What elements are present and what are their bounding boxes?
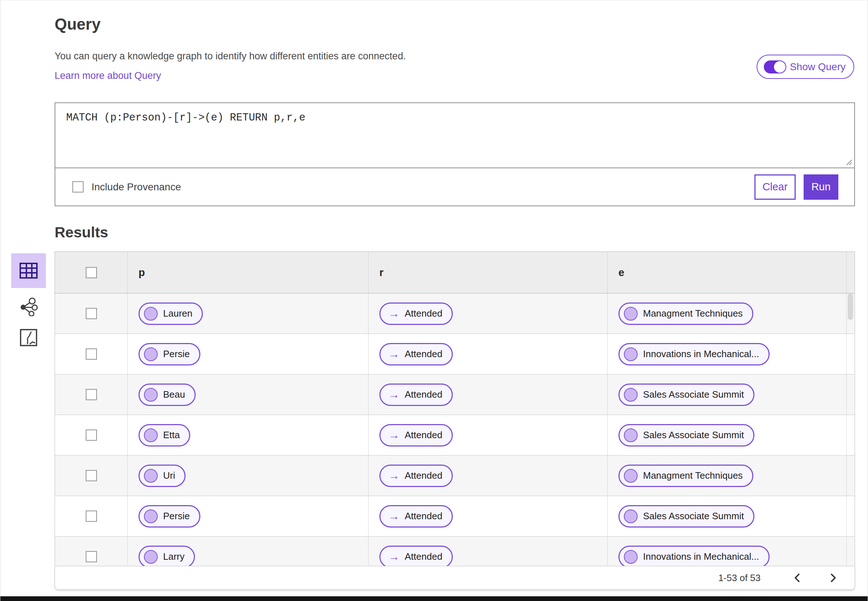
entity-pill-label: Lauren bbox=[163, 308, 192, 319]
include-provenance: Include Provenance bbox=[72, 181, 181, 193]
entity-pill[interactable]: Sales Associate Summit bbox=[618, 424, 754, 447]
entity-pill-label: Managment Techniques bbox=[643, 470, 743, 481]
relation-pill[interactable]: → Attended bbox=[379, 384, 453, 406]
resize-handle-icon[interactable] bbox=[845, 158, 853, 166]
entity-pill[interactable]: Innovations in Mechanical... bbox=[618, 546, 770, 566]
show-query-label: Show Query bbox=[790, 61, 845, 73]
entity-pill-label: Etta bbox=[163, 430, 180, 441]
relation-pill[interactable]: → Attended bbox=[379, 343, 453, 365]
map-view-button[interactable] bbox=[20, 328, 38, 347]
query-panel: MATCH (p:Person)-[r]->(e) RETURN p,r,e I… bbox=[55, 102, 855, 206]
entity-pill-label: Managment Techniques bbox=[643, 308, 743, 319]
results-section: p r e Lauren → Attended Managment T bbox=[55, 252, 855, 590]
learn-more-link[interactable]: Learn more about Query bbox=[55, 70, 161, 81]
row-checkbox[interactable] bbox=[86, 348, 97, 360]
include-provenance-label: Include Provenance bbox=[91, 181, 181, 193]
relation-pill[interactable]: → Attended bbox=[379, 302, 453, 325]
entity-pill-label: Innovations in Mechanical... bbox=[643, 348, 759, 360]
node-circle-icon bbox=[144, 509, 158, 523]
header-checkbox-cell bbox=[55, 252, 128, 293]
relation-pill[interactable]: → Attended bbox=[379, 505, 453, 528]
entity-pill[interactable]: Beau bbox=[139, 384, 196, 406]
arrow-right-icon: → bbox=[388, 348, 400, 360]
entity-pill-label: Uri bbox=[163, 470, 175, 481]
run-button[interactable]: Run bbox=[804, 174, 838, 200]
row-checkbox-cell bbox=[55, 456, 128, 496]
entity-pill[interactable]: Sales Associate Summit bbox=[618, 505, 754, 528]
node-circle-icon bbox=[144, 550, 158, 564]
entity-pill[interactable]: Managment Techniques bbox=[618, 465, 753, 487]
row-checkbox[interactable] bbox=[86, 389, 97, 400]
table-scrollbar[interactable] bbox=[846, 252, 854, 566]
entity-pill[interactable]: Innovations in Mechanical... bbox=[618, 343, 770, 365]
entity-pill-label: Innovations in Mechanical... bbox=[643, 551, 759, 562]
table-row: Persie → Attended Sales Associate Summit bbox=[55, 496, 854, 537]
row-checkbox[interactable] bbox=[86, 430, 97, 441]
relation-pill[interactable]: → Attended bbox=[379, 424, 453, 447]
row-checkbox[interactable] bbox=[86, 470, 97, 481]
entity-pill[interactable]: Managment Techniques bbox=[618, 302, 753, 325]
previous-page-button[interactable] bbox=[791, 571, 803, 585]
entity-pill[interactable]: Sales Associate Summit bbox=[618, 384, 754, 406]
arrow-right-icon: → bbox=[388, 308, 400, 319]
toggle-knob bbox=[774, 61, 786, 73]
column-header-r: r bbox=[369, 267, 383, 279]
arrow-right-icon: → bbox=[388, 511, 400, 522]
entity-pill-label: Sales Associate Summit bbox=[643, 389, 744, 400]
scrollbar-thumb[interactable] bbox=[848, 293, 853, 320]
pagination-bar: 1-53 of 53 bbox=[55, 566, 855, 590]
clear-button[interactable]: Clear bbox=[754, 174, 796, 200]
row-checkbox-cell bbox=[55, 496, 128, 536]
row-checkbox[interactable] bbox=[86, 511, 97, 522]
include-provenance-checkbox[interactable] bbox=[72, 181, 84, 192]
entity-pill[interactable]: Persie bbox=[139, 505, 200, 528]
relation-pill-label: Attended bbox=[405, 470, 442, 481]
relation-pill[interactable]: → Attended bbox=[379, 465, 453, 487]
table-view-button[interactable] bbox=[11, 253, 46, 288]
page-description: You can query a knowledge graph to ident… bbox=[55, 50, 855, 62]
node-circle-icon bbox=[624, 509, 638, 523]
table-row: Etta → Attended Sales Associate Summit bbox=[55, 415, 854, 456]
show-query-toggle[interactable]: Show Query bbox=[757, 55, 854, 79]
entity-pill-label: Sales Associate Summit bbox=[643, 511, 744, 522]
row-checkbox[interactable] bbox=[86, 308, 97, 319]
entity-pill[interactable]: Uri bbox=[139, 465, 186, 487]
query-panel-footer: Include Provenance Clear Run bbox=[55, 168, 854, 206]
table-header-row: p r e bbox=[55, 252, 854, 293]
chevron-right-icon bbox=[828, 572, 838, 583]
arrow-right-icon: → bbox=[388, 430, 400, 441]
entity-pill[interactable]: Persie bbox=[139, 343, 200, 365]
query-input[interactable]: MATCH (p:Person)-[r]->(e) RETURN p,r,e bbox=[55, 103, 854, 168]
table-icon bbox=[19, 262, 38, 279]
chevron-left-icon bbox=[792, 572, 802, 583]
network-view-button[interactable] bbox=[19, 297, 38, 316]
table-row: Larry → Attended Innovations in Mechanic… bbox=[55, 537, 854, 566]
node-circle-icon bbox=[144, 388, 158, 402]
table-row: Uri → Attended Managment Techniques bbox=[55, 456, 854, 496]
row-checkbox-cell bbox=[55, 293, 128, 334]
next-page-button[interactable] bbox=[827, 571, 839, 585]
arrow-right-icon: → bbox=[388, 551, 400, 562]
results-table: p r e Lauren → Attended Managment T bbox=[55, 252, 855, 566]
select-all-checkbox[interactable] bbox=[86, 267, 97, 278]
relation-pill-label: Attended bbox=[405, 551, 442, 562]
toggle-on-icon bbox=[764, 60, 786, 73]
node-circle-icon bbox=[624, 550, 638, 564]
results-title: Results bbox=[55, 224, 855, 241]
entity-pill[interactable]: Etta bbox=[139, 424, 190, 447]
entity-pill-label: Beau bbox=[163, 389, 185, 400]
row-checkbox[interactable] bbox=[86, 551, 97, 562]
entity-pill[interactable]: Lauren bbox=[139, 302, 203, 325]
table-row: Lauren → Attended Managment Techniques bbox=[55, 293, 854, 334]
table-body: Lauren → Attended Managment Techniques P… bbox=[55, 293, 854, 566]
relation-pill[interactable]: → Attended bbox=[379, 546, 453, 566]
query-page: Query You can query a knowledge graph to… bbox=[0, 0, 868, 601]
entity-pill[interactable]: Larry bbox=[139, 546, 195, 566]
entity-pill-label: Larry bbox=[163, 551, 184, 562]
window-bottom-edge bbox=[0, 596, 868, 601]
relation-pill-label: Attended bbox=[405, 348, 442, 360]
node-circle-icon bbox=[624, 429, 638, 442]
node-circle-icon bbox=[624, 469, 638, 483]
page-title: Query bbox=[55, 15, 855, 33]
column-header-e: e bbox=[608, 267, 624, 279]
